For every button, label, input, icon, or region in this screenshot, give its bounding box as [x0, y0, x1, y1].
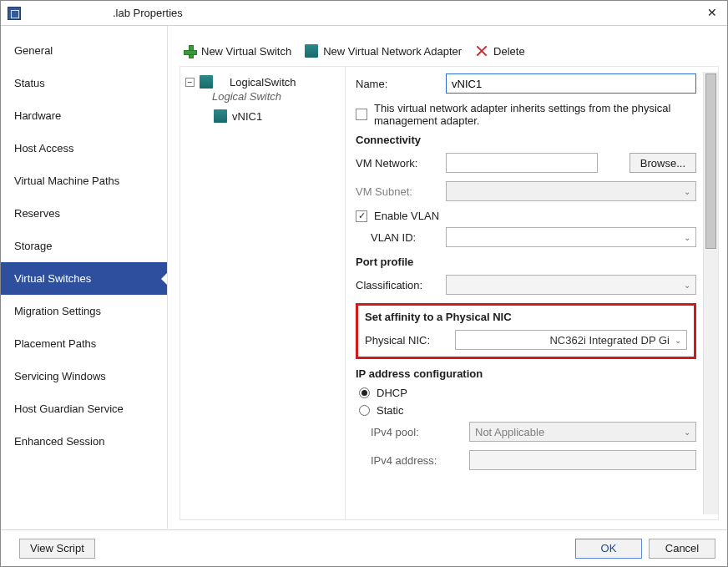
ipv4-pool-value: Not Applicable [475, 426, 679, 438]
nav-general[interactable]: General [1, 34, 167, 67]
dhcp-radio[interactable] [359, 387, 370, 398]
nav-servicing-windows[interactable]: Servicing Windows [1, 360, 167, 392]
nic-icon [305, 44, 318, 58]
inherit-checkbox-row[interactable]: This virtual network adapter inherits se… [356, 102, 696, 127]
chevron-down-icon: ⌄ [675, 336, 681, 345]
inherit-checkbox[interactable] [356, 109, 367, 120]
tree-child-label: vNIC1 [232, 110, 262, 123]
classification-label: Classification: [356, 279, 439, 291]
nav-host-access[interactable]: Host Access [1, 132, 167, 165]
nic-icon [214, 109, 227, 123]
close-icon[interactable]: ✕ [704, 4, 720, 21]
static-label: Static [377, 404, 404, 417]
plus-icon [183, 44, 196, 58]
ipv4-pool-label: IPv4 pool: [371, 426, 463, 438]
ip-config-header: IP address configuration [356, 367, 696, 380]
name-input[interactable] [446, 73, 696, 94]
affinity-header: Set affinity to a Physical NIC [365, 311, 687, 323]
adapter-form: Name: This virtual network adapter inher… [346, 67, 718, 519]
app-icon [8, 7, 21, 20]
static-radio-row[interactable]: Static [359, 404, 696, 417]
enable-vlan-label: Enable VLAN [374, 210, 439, 222]
inherit-label: This virtual network adapter inherits se… [374, 102, 696, 127]
tree-root[interactable]: − LogicalSwitch [184, 73, 341, 90]
nav-virtual-switches[interactable]: Virtual Switches [1, 262, 167, 295]
nav-host-guardian[interactable]: Host Guardian Service [1, 392, 167, 425]
chevron-down-icon: ⌄ [684, 187, 690, 196]
delete-button[interactable]: Delete [475, 44, 525, 58]
switch-icon [200, 75, 213, 89]
dhcp-radio-row[interactable]: DHCP [359, 387, 696, 399]
tree-root-label: LogicalSwitch [230, 76, 296, 89]
delete-icon [475, 44, 488, 58]
toolbar: New Virtual Switch New Virtual Network A… [179, 41, 719, 67]
left-nav: General Status Hardware Host Access Virt… [1, 26, 168, 529]
switch-tree: − LogicalSwitch Logical Switch vNIC1 [180, 67, 346, 519]
vm-network-input[interactable] [446, 153, 598, 173]
dhcp-label: DHCP [377, 387, 407, 399]
physical-nic-value: NC362i Integrated DP Gi [549, 334, 670, 347]
vlan-id-label: VLAN ID: [371, 231, 439, 244]
nav-enhanced-session[interactable]: Enhanced Session [1, 425, 167, 458]
classification-dropdown[interactable]: ⌄ [446, 275, 696, 295]
scrollbar-thumb[interactable] [705, 73, 716, 249]
chevron-down-icon: ⌄ [684, 233, 690, 242]
new-virtual-adapter-button[interactable]: New Virtual Network Adapter [305, 44, 462, 58]
chevron-down-icon: ⌄ [684, 428, 690, 437]
vm-subnet-label: VM Subnet: [356, 185, 439, 198]
physical-nic-dropdown[interactable]: NC362i Integrated DP Gi ⌄ [455, 330, 687, 350]
affinity-highlight: Set affinity to a Physical NIC Physical … [356, 303, 696, 359]
nav-hardware[interactable]: Hardware [1, 99, 167, 132]
view-script-button[interactable]: View Script [19, 539, 95, 559]
new-adapter-label: New Virtual Network Adapter [323, 45, 462, 58]
titlebar: .lab Properties ✕ [1, 1, 727, 26]
new-switch-label: New Virtual Switch [201, 45, 291, 58]
nav-migration-settings[interactable]: Migration Settings [1, 295, 167, 327]
name-label: Name: [356, 78, 439, 90]
ok-button[interactable]: OK [575, 539, 642, 559]
ipv4-address-label: IPv4 address: [371, 454, 463, 467]
nav-reserves[interactable]: Reserves [1, 197, 167, 230]
ipv4-address-input [469, 450, 696, 470]
nav-status[interactable]: Status [1, 67, 167, 99]
vlan-id-dropdown[interactable]: ⌄ [446, 227, 696, 247]
enable-vlan-row[interactable]: ✓ Enable VLAN [356, 210, 696, 222]
button-bar: View Script OK Cancel [1, 529, 727, 566]
new-virtual-switch-button[interactable]: New Virtual Switch [183, 44, 291, 58]
vm-network-label: VM Network: [356, 157, 439, 170]
nav-placement-paths[interactable]: Placement Paths [1, 327, 167, 360]
tree-root-type: Logical Switch [212, 90, 341, 103]
chevron-down-icon: ⌄ [684, 281, 690, 290]
connectivity-header: Connectivity [356, 134, 696, 146]
port-profile-header: Port profile [356, 256, 696, 268]
delete-label: Delete [493, 45, 525, 58]
ipv4-pool-dropdown: Not Applicable ⌄ [469, 422, 696, 442]
cancel-button[interactable]: Cancel [649, 539, 715, 559]
nav-vm-paths[interactable]: Virtual Machine Paths [1, 165, 167, 197]
window-title: .lab Properties [113, 7, 183, 19]
physical-nic-label: Physical NIC: [365, 334, 448, 347]
browse-button[interactable]: Browse... [629, 153, 696, 173]
tree-child-vnic1[interactable]: vNIC1 [212, 106, 341, 126]
nav-storage[interactable]: Storage [1, 230, 167, 262]
expander-icon[interactable]: − [185, 78, 195, 87]
vm-subnet-dropdown: ⌄ [446, 181, 696, 201]
scrollbar[interactable] [703, 72, 718, 514]
enable-vlan-checkbox[interactable]: ✓ [356, 210, 367, 222]
static-radio[interactable] [359, 405, 370, 416]
